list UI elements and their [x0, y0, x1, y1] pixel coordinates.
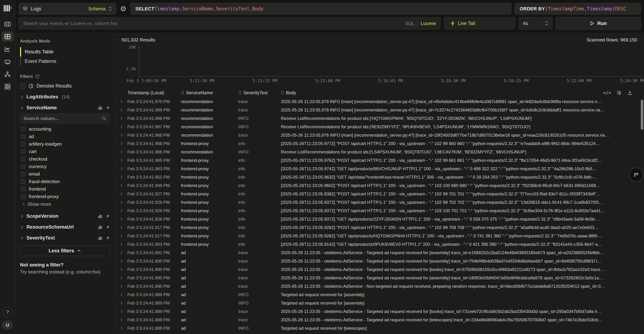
row-expand-chevron-icon[interactable] [117, 192, 126, 196]
apps-grid-icon[interactable] [2, 81, 13, 92]
table-row[interactable]: Feb 3 5:24:41.926 PM frontend-proxy info… [115, 206, 644, 215]
lucene-mode-option[interactable]: Lucene [421, 21, 436, 26]
refresh-interval-select[interactable]: 4s [518, 17, 552, 30]
search-console-icon[interactable] [2, 19, 13, 29]
service-filter-item[interactable]: artillery-loadgen [20, 140, 110, 148]
live-tail-button[interactable]: Live Tail [444, 17, 516, 30]
service-filter-item[interactable]: ad [20, 133, 110, 140]
row-expand-chevron-icon[interactable] [117, 175, 126, 179]
select-query-editor[interactable]: SELECT Timestamp, ServiceName, SeverityT… [130, 3, 512, 15]
row-expand-chevron-icon[interactable] [117, 293, 126, 297]
schema-select[interactable]: Schema [88, 6, 105, 12]
drag-handle-icon[interactable] [281, 91, 284, 95]
table-row[interactable]: Feb 3 5:24:41.917 PM frontend-proxy info… [115, 223, 644, 232]
table-row[interactable]: Feb 3 5:24:41.889 PM ad trace 2025-05-26… [115, 316, 644, 324]
table-row[interactable]: Feb 3 5:24:41.970 PM recommendation trac… [115, 97, 644, 106]
filter-group-servicename[interactable]: ServiceName [20, 105, 110, 111]
download-icon[interactable] [627, 90, 632, 95]
service-search-input[interactable] [24, 116, 102, 121]
service-checkbox[interactable] [21, 157, 26, 162]
row-expand-chevron-icon[interactable] [117, 310, 126, 314]
service-checkbox[interactable] [21, 127, 26, 132]
row-expand-chevron-icon[interactable] [117, 200, 126, 204]
table-row[interactable]: Feb 3 5:24:41.889 PM ad INFO Targeted ad… [115, 299, 644, 307]
service-checkbox[interactable] [21, 172, 26, 176]
drag-handle-icon[interactable] [238, 91, 242, 95]
service-filter-item[interactable]: email [20, 170, 110, 178]
run-button[interactable]: Run [556, 17, 641, 30]
service-filter-item[interactable]: frontend [20, 185, 110, 193]
logs-table-icon[interactable] [2, 31, 13, 42]
service-filter-item[interactable]: checkout [20, 155, 110, 163]
table-row[interactable]: Feb 3 5:24:41.966 PM recommendation trac… [115, 131, 644, 139]
col-header-servicename[interactable]: ServiceName [181, 90, 238, 95]
user-avatar[interactable]: U [2, 321, 13, 330]
service-checkbox[interactable] [21, 142, 26, 147]
service-checkbox[interactable] [21, 149, 26, 154]
filter-group-logattributes[interactable]: LogAttributes {14} [20, 94, 110, 100]
service-filter-item[interactable]: frontend-proxy [20, 193, 110, 200]
service-filter-item[interactable]: cart [20, 148, 110, 155]
vertical-scrollbar[interactable] [641, 100, 643, 130]
mode-event-patterns[interactable]: Event Patterns [20, 57, 110, 66]
refresh-icon[interactable] [35, 74, 40, 79]
table-row[interactable]: Feb 3 5:24:41.890 PM ad trace 2025-05-26… [115, 282, 644, 290]
orderby-editor[interactable]: ORDER BY (TimestampTime, Timestamp) DESC [515, 3, 641, 15]
source-settings-gear-icon[interactable]: ⚙ [119, 5, 127, 12]
filter-group-resourceschemaurl[interactable]: ResourceSchemaUrl [20, 224, 110, 230]
table-row[interactable]: Feb 3 5:24:41.966 PM recommendation INFO… [115, 148, 644, 156]
row-expand-chevron-icon[interactable] [117, 133, 126, 137]
row-expand-chevron-icon[interactable] [117, 209, 126, 213]
table-row[interactable]: Feb 3 5:24:41.889 PM ad INFO Targeted ad… [115, 324, 644, 333]
row-expand-chevron-icon[interactable] [117, 167, 126, 171]
source-selector[interactable]: Logs Schema [18, 3, 116, 15]
table-row[interactable]: Feb 3 5:24:41.967 PM recommendation INFO… [115, 123, 644, 131]
row-expand-chevron-icon[interactable] [117, 142, 126, 146]
row-expand-chevron-icon[interactable] [117, 159, 126, 162]
table-row[interactable]: Feb 3 5:24:41.952 PM frontend-proxy info… [115, 173, 644, 181]
col-header-body[interactable]: Body [281, 90, 636, 95]
search-input[interactable] [23, 21, 405, 26]
mode-results-table[interactable]: Results Table [20, 47, 110, 57]
drag-handle-icon[interactable] [181, 91, 184, 95]
col-header-severitytext[interactable]: SeverityText [238, 90, 281, 95]
service-checkbox[interactable] [21, 179, 26, 184]
table-row[interactable]: Feb 3 5:24:41.926 PM frontend-proxy info… [115, 215, 644, 223]
table-row[interactable]: Feb 3 5:24:41.949 PM frontend-proxy info… [115, 181, 644, 190]
table-row[interactable]: Feb 3 5:24:41.890 PM ad trace 2025-05-26… [115, 274, 644, 282]
service-checkbox[interactable] [21, 194, 26, 199]
table-row[interactable]: Feb 3 5:24:41.889 PM ad INFO Targeted ad… [115, 333, 644, 334]
row-expand-chevron-icon[interactable] [117, 242, 126, 246]
table-row[interactable]: Feb 3 5:24:41.889 PM ad INFO Targeted ad… [115, 290, 644, 299]
show-more-button[interactable]: Show more [20, 200, 110, 208]
service-filter-item[interactable]: fraud-detection [20, 178, 110, 185]
col-header-timestamp[interactable]: Timestamp (Local) [127, 90, 181, 95]
row-expand-chevron-icon[interactable] [117, 276, 126, 280]
help-icon[interactable]: ? [2, 307, 12, 317]
pin-icon[interactable] [106, 214, 110, 218]
service-filter-item[interactable]: currency [20, 163, 110, 170]
row-expand-chevron-icon[interactable] [117, 217, 126, 221]
table-row[interactable]: Feb 3 5:24:41.890 PM ad trace 2025-05-26… [115, 265, 644, 274]
table-row[interactable]: Feb 3 5:24:41.903 PM frontend-proxy info… [115, 240, 644, 248]
less-filters-button[interactable]: Less filters [20, 245, 110, 256]
service-checkbox[interactable] [21, 164, 26, 169]
row-expand-chevron-icon[interactable] [117, 251, 126, 255]
row-expand-chevron-icon[interactable] [117, 301, 126, 305]
row-expand-chevron-icon[interactable] [117, 150, 126, 154]
pin-icon[interactable] [106, 106, 110, 110]
denoise-toggle[interactable]: Denoise Results [20, 83, 110, 89]
table-row[interactable]: Feb 3 5:24:41.917 PM frontend-proxy info… [115, 232, 644, 240]
row-expand-chevron-icon[interactable] [117, 318, 126, 322]
row-expand-chevron-icon[interactable] [117, 259, 126, 263]
pin-icon[interactable] [106, 225, 110, 229]
text-wrap-icon[interactable] [616, 90, 622, 95]
table-row[interactable]: Feb 3 5:24:41.890 PM ad trace 2025-05-26… [115, 257, 644, 265]
row-expand-chevron-icon[interactable] [117, 326, 126, 330]
table-row[interactable]: Feb 3 5:24:41.968 PM recommendation INFO… [115, 114, 644, 123]
filter-group-severitytext[interactable]: SeverityText [20, 235, 110, 241]
row-expand-chevron-icon[interactable] [117, 117, 126, 120]
row-expand-chevron-icon[interactable] [117, 108, 126, 112]
table-settings-fab[interactable] [629, 167, 643, 182]
denoise-checkbox[interactable] [20, 83, 26, 89]
